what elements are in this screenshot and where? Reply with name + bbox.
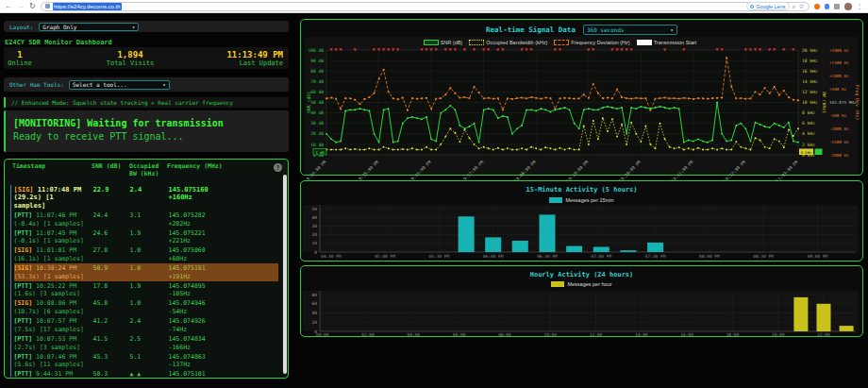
help-icon[interactable]: ?	[274, 163, 282, 172]
svg-text:09:00 PM: 09:00 PM	[808, 254, 828, 259]
back-icon[interactable]: ←	[5, 2, 12, 11]
stats-bar: 1Online 1,894Total Visits 11:13:49 PMLas…	[4, 47, 289, 69]
svg-text:+2000 Hz: +2000 Hz	[829, 48, 849, 53]
tools-select[interactable]: Select a tool...▾	[69, 80, 170, 90]
svg-text:10:00: 10:00	[543, 332, 557, 337]
table-row[interactable]: [SIG] 11:01:01 PM(16.1s) [1 samples]27.8…	[14, 246, 279, 264]
svg-text:80: 80	[312, 293, 318, 297]
tools-label: Other Ham Tools:	[9, 81, 64, 88]
svg-text:18 kHz: 18 kHz	[802, 59, 818, 63]
svg-text:12 kHz: 12 kHz	[802, 90, 818, 94]
table-row[interactable]: [PTT] 10:25:22 PM(1.6s) [3 samples]17.81…	[14, 281, 279, 299]
svg-text:20 kHz: 20 kHz	[802, 48, 818, 53]
svg-text:SNR (dB): SNR (dB)	[307, 92, 311, 113]
table-scrollbar[interactable]	[282, 161, 287, 376]
signal-chart-panel: Real-time Signal Data 360 seconds▾ 100 d…	[300, 19, 863, 176]
svg-text:30: 30	[312, 224, 318, 228]
svg-text:100 dB: 100 dB	[308, 48, 324, 53]
reload-icon[interactable]: ↻	[29, 2, 36, 11]
svg-text:16 kHz: 16 kHz	[802, 69, 818, 74]
dev-swatch	[554, 40, 569, 45]
svg-text:BW (kHz): BW (kHz)	[822, 92, 826, 113]
svg-text:07:00 PM: 07:00 PM	[591, 254, 611, 259]
table-row[interactable]: [PTT] 11:07:46 PM(-0.4s) [1 samples]24.4…	[14, 211, 279, 228]
svg-text:20: 20	[312, 320, 318, 325]
svg-text:08:00: 08:00	[498, 332, 511, 337]
svg-text:0 kHz: 0 kHz	[801, 150, 811, 155]
svg-text:20:00: 20:00	[772, 332, 785, 337]
activity-15min-panel: 15-Minute Activity (5 hours) Messages pe…	[300, 180, 863, 261]
table-row[interactable]: [PTT] 10:07:53 PM(2.7s) [3 samples]41.52…	[14, 334, 279, 352]
online-count: 1	[4, 50, 36, 59]
svg-text:08:30 PM: 08:30 PM	[753, 254, 774, 259]
svg-text:1 dB: 1 dB	[315, 150, 325, 155]
layout-select[interactable]: Graph Only▾	[39, 23, 139, 31]
time-range-select[interactable]: 360 seconds▾	[583, 25, 677, 35]
search-icon[interactable]: ⌕	[793, 2, 796, 11]
enhanced-mode-note: // Enhanced Mode: Squelch state tracking…	[4, 97, 289, 108]
signal-chart-svg: 100 dB90 dB80 dB70 dB60 dB50 dB40 dB30 d…	[305, 37, 860, 174]
total-visits: 1,894	[36, 50, 225, 59]
svg-text:10: 10	[312, 241, 318, 245]
svg-text:-2000 Hz: -2000 Hz	[829, 153, 849, 158]
svg-text:8 kHz: 8 kHz	[802, 110, 815, 115]
layout-label: Layout:	[9, 24, 33, 30]
svg-text:Freq Dev (Hz): Freq Dev (Hz)	[855, 85, 860, 121]
svg-text:60 dB: 60 dB	[310, 90, 324, 94]
signal-chart: 100 dB90 dB80 dB70 dB60 dB50 dB40 dB30 d…	[305, 37, 859, 174]
browser-toolbar: ← → ↻ https://e24cy.decoms.co.th Google …	[0, 0, 868, 13]
table-header: TimestampSNR (dB)Occupied BW (kHz)Freque…	[5, 160, 288, 179]
svg-text:06:00 PM: 06:00 PM	[483, 254, 504, 259]
svg-text:+1000 Hz: +1000 Hz	[829, 74, 849, 78]
activity-hourly-chart: 02040608000:0002:0004:0006:0008:0010:001…	[301, 266, 862, 336]
svg-text:40 dB: 40 dB	[310, 110, 324, 115]
bookmark-star-icon[interactable]: ☆	[798, 2, 804, 11]
svg-text:40: 40	[312, 311, 318, 315]
signal-chart-title: Real-time Signal Data	[486, 25, 576, 34]
google-lens-button[interactable]: Google Lens	[746, 2, 789, 10]
svg-text:-500 Hz: -500 Hz	[829, 113, 847, 118]
svg-text:80 dB: 80 dB	[310, 69, 324, 74]
svg-text:50: 50	[312, 207, 318, 211]
col-snr: SNR (dB)	[92, 163, 129, 177]
svg-text:06:30 PM: 06:30 PM	[537, 254, 558, 259]
last-update: 11:13:49 PM	[225, 50, 283, 59]
table-row[interactable]: [SIG] 11:07:48 PM(29.2s) [1samples]22.92…	[14, 185, 279, 211]
svg-text:18:00: 18:00	[726, 332, 740, 337]
svg-text:60: 60	[312, 301, 318, 306]
table-row[interactable]: [PTT] 11:07:45 PM(-0.1s) [1 samples]24.6…	[14, 228, 279, 246]
tools-bar: Other Ham Tools: Select a tool...▾	[4, 77, 289, 92]
svg-text:06:00: 06:00	[453, 332, 466, 337]
svg-text:04:30 PM: 04:30 PM	[321, 254, 342, 259]
chevron-down-icon: ▾	[162, 81, 166, 88]
svg-text:-1000 Hz: -1000 Hz	[829, 127, 849, 131]
table-row[interactable]: [PTT] 10:07:46 PM(5.6s) [11 samples]45.3…	[14, 352, 279, 370]
extension-icon-1[interactable]	[814, 4, 820, 9]
activity-15min-chart: 0102030405004:30 PM05:00 PM05:30 PM06:00…	[301, 181, 862, 261]
svg-text:9:46:00 PM: 9:46:00 PM	[410, 160, 432, 181]
dashboard-page: Layout: Graph Only▾ E24CY SDR Monitor Da…	[0, 13, 868, 388]
signal-rows: [SIG] 11:07:48 PM(29.2s) [1samples]22.92…	[10, 185, 278, 377]
extensions-icon[interactable]	[834, 4, 840, 9]
svg-text:0: 0	[314, 250, 317, 255]
chevron-down-icon: ▾	[670, 26, 674, 33]
menu-dots-icon[interactable]: ⋮	[857, 2, 863, 11]
table-row[interactable]: [PTT] 9:44:31 PM50.3▲ ▲145.075101	[14, 370, 279, 377]
chevron-down-icon: ▾	[132, 24, 136, 30]
table-row[interactable]: [PTT] 10:07:57 PM(7.5s) [17 samples]41.2…	[14, 317, 279, 335]
svg-text:16:00: 16:00	[680, 332, 693, 337]
table-row[interactable]: [SIG] 10:30:24 PM(53.3s) [1 samples]50.9…	[14, 263, 279, 281]
svg-text:22:00: 22:00	[817, 332, 830, 337]
url-bar[interactable]: https://e24cy.decoms.co.th Google Lens ⌕…	[41, 2, 810, 11]
monitor-status: [MONITORING] Waiting for transmission	[13, 117, 281, 129]
url-text[interactable]: https://e24cy.decoms.co.th	[53, 3, 122, 10]
profile-avatar[interactable]	[844, 3, 852, 10]
svg-text:4 kHz: 4 kHz	[802, 131, 815, 136]
col-frequency: Frequency (MHz)	[167, 163, 273, 177]
bw-swatch	[469, 40, 484, 45]
extension-icon-2[interactable]	[825, 4, 830, 9]
forward-icon[interactable]: →	[17, 2, 25, 11]
table-row[interactable]: [SIG] 10:08:06 PM(10.7s) [6 samples]45.8…	[14, 299, 279, 317]
snr-swatch	[424, 40, 439, 45]
svg-text:50 dB: 50 dB	[310, 100, 324, 105]
